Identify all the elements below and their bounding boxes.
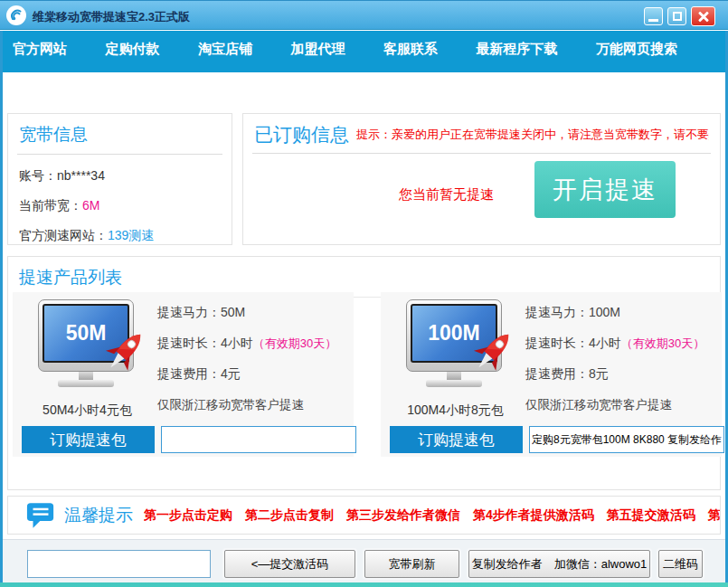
order-package-button-100m[interactable]: 订购提速包 (390, 426, 523, 453)
maximize-button[interactable] (667, 7, 686, 25)
minimize-icon (648, 19, 658, 22)
monitor-base (426, 380, 482, 387)
tips-title: 温馨提示 (64, 504, 133, 527)
copy-to-author-button[interactable]: 复制发给作者 加微信：alwowo1 (468, 550, 650, 578)
bottom-toolbar: <—提交激活码 宽带刷新 复制发给作者 加微信：alwowo1 二维码 (3, 539, 725, 582)
validity-text: （有效期30天） (253, 336, 336, 350)
product-caption: 100M4小时8元包 (390, 402, 521, 419)
order-code-input-100m[interactable] (529, 426, 724, 453)
nav-item-order-payment[interactable]: 定购付款 (106, 41, 160, 58)
close-button[interactable] (691, 6, 715, 26)
product-caption: 50M4小时4元包 (22, 402, 153, 419)
nav-item-official-site[interactable]: 官方网站 (13, 41, 67, 58)
product-duration: 提速时长：4小时（有效期30天） (157, 336, 336, 352)
product-fee: 提速费用：8元 (525, 366, 704, 383)
product-details: 提速马力：100M 提速时长：4小时（有效期30天） 提速费用：8元 仅限浙江移… (525, 305, 704, 413)
boost-status-text: 您当前暂无提速 (399, 186, 494, 204)
window-border-left (0, 31, 3, 582)
products-panel: 提速产品列表 50M (7, 256, 721, 490)
tips-step-4: 第4步作者提供激活码 (473, 507, 594, 524)
order-code-input-50m[interactable] (161, 426, 356, 453)
chat-bubble-icon (26, 502, 55, 529)
window-title: 维棠移动宽带提速宝2.3正式版 (33, 9, 190, 25)
products-title: 提速产品列表 (8, 257, 720, 297)
speedtest-link[interactable]: 139测速 (108, 228, 154, 242)
nav-item-customer-service[interactable]: 客服联系 (383, 41, 438, 58)
product-power: 提速马力：50M (157, 305, 336, 321)
validity-text: （有效期30天） (621, 336, 704, 350)
nav-item-taobao-shop[interactable]: 淘宝店铺 (198, 41, 252, 58)
window-border-bottom (0, 582, 728, 587)
monitor-graphic-100m: 100M (397, 299, 511, 387)
app-window: 维棠移动宽带提速宝2.3正式版 官方网站 定购付款 淘宝店铺 加盟代理 客服联系… (0, 0, 728, 587)
app-logo-icon (6, 5, 26, 25)
broadband-info-title: 宽带信息 (8, 114, 232, 154)
monitor-base (58, 380, 114, 387)
ordered-info-hint: 提示：亲爱的用户正在宽带提速关闭中，请注意当宽带数字，请不要频繁 (356, 127, 709, 143)
speedtest-label: 官方测速网站： (19, 228, 108, 242)
activation-code-input[interactable] (27, 550, 211, 578)
monitor-graphic-50m: 50M (29, 299, 143, 387)
order-package-button-50m[interactable]: 订购提速包 (22, 426, 155, 453)
ordered-info-header: 已订购信息 提示：亲爱的用户正在宽带提速关闭中，请注意当宽带数字，请不要频繁 (243, 114, 720, 153)
nav-item-latest-download[interactable]: 最新程序下载 (477, 41, 558, 58)
monitor-neck (447, 372, 461, 380)
product-power: 提速马力：100M (525, 305, 704, 321)
minimize-button[interactable] (644, 7, 663, 25)
submit-activation-button[interactable]: <—提交激活码 (224, 550, 355, 578)
ordered-info-title: 已订购信息 (254, 122, 349, 147)
divider (17, 154, 222, 155)
broadband-info-panel: 宽带信息 账号：nb****34 当前带宽：6M 官方测速网站：139测速 (7, 113, 232, 245)
product-note: 仅限浙江移动宽带客户提速 (525, 397, 704, 413)
bandwidth-row: 当前带宽：6M (8, 198, 232, 214)
account-value: nb****34 (57, 168, 105, 183)
broadband-refresh-button[interactable]: 宽带刷新 (364, 550, 459, 578)
product-note: 仅限浙江移动宽带客户提速 (157, 397, 336, 413)
tips-step-5: 第五提交激活码 (607, 507, 695, 524)
title-bar: 维棠移动宽带提速宝2.3正式版 (0, 0, 728, 30)
product-duration: 提速时长：4小时（有效期30天） (525, 336, 704, 352)
bandwidth-value: 6M (82, 198, 99, 213)
ordered-info-panel: 已订购信息 提示：亲爱的用户正在宽带提速关闭中，请注意当宽带数字，请不要频繁 您… (242, 113, 721, 245)
product-card-100m: 100M 100M4小时8元包 提速马力：100M (381, 292, 722, 457)
tips-steps: 第一步点击定购 第二步点击复制 第三步发给作者微信 第4步作者提供激活码 第五提… (144, 507, 720, 524)
bandwidth-label: 当前带宽： (19, 198, 82, 213)
account-row: 账号：nb****34 (8, 168, 232, 185)
product-card-50m: 50M 50M4小时4元包 提速马力：50M (13, 292, 354, 457)
tips-panel: 温馨提示 第一步点击定购 第二步点击复制 第三步发给作者微信 第4步作者提供激活… (7, 496, 721, 535)
account-label: 账号： (19, 168, 57, 183)
duration-text: 提速时长：4小时 (157, 336, 253, 350)
qr-code-button[interactable]: 二维码 (658, 550, 703, 578)
product-details: 提速马力：50M 提速时长：4小时（有效期30天） 提速费用：4元 仅限浙江移动… (157, 305, 336, 413)
tips-step-2: 第二步点击复制 (245, 507, 334, 524)
tips-step-6: 第六步开启提速 (708, 507, 720, 524)
tips-step-3: 第三步发给作者微信 (346, 507, 460, 524)
tips-step-1: 第一步点击定购 (144, 507, 232, 524)
monitor-neck (79, 372, 93, 380)
nav-bar: 官方网站 定购付款 淘宝店铺 加盟代理 客服联系 最新程序下载 万能网页搜索 (0, 31, 728, 72)
start-boost-button[interactable]: 开启提速 (534, 161, 676, 218)
product-fee: 提速费用：4元 (157, 366, 336, 383)
speedtest-row: 官方测速网站：139测速 (8, 228, 232, 244)
nav-item-web-search[interactable]: 万能网页搜索 (596, 41, 677, 58)
duration-text: 提速时长：4小时 (525, 336, 621, 350)
divider (252, 153, 711, 154)
maximize-icon (673, 12, 682, 21)
nav-item-join-agent[interactable]: 加盟代理 (291, 41, 345, 58)
